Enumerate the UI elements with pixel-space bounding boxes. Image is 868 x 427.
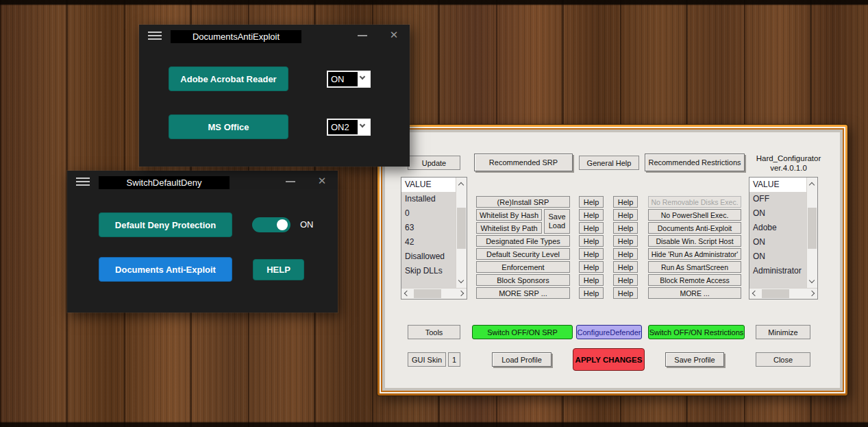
general-help-button[interactable]: General Help [579, 156, 639, 170]
scroll-right-icon[interactable] [458, 291, 464, 296]
scrollbar-thumb[interactable] [808, 208, 817, 249]
window-hard-configurator: Update Recommended SRP General Help Reco… [377, 124, 848, 396]
horizontal-scrollbar[interactable] [749, 288, 817, 299]
list-item: Adobe [749, 221, 806, 235]
apply-changes-button[interactable]: APPLY CHANGES [573, 348, 645, 371]
scroll-left-icon[interactable] [752, 291, 758, 296]
scroll-right-icon[interactable] [809, 291, 815, 296]
list-item: OFF [749, 192, 806, 206]
scrollbar-thumb[interactable] [414, 289, 441, 298]
toggle-state-label: ON [300, 217, 314, 232]
tools-button[interactable]: Tools [408, 325, 460, 339]
switch-off-on-restrictions-button[interactable]: Switch OFF/ON Restrictions [648, 325, 745, 339]
scroll-left-icon[interactable] [404, 291, 410, 296]
help-button[interactable]: Help [613, 248, 638, 260]
app-version-label: Hard_Configurator ver.4.0.1.0 [747, 154, 830, 173]
disable-win-script-host-button[interactable]: Disable Win. Script Host [648, 235, 741, 247]
configure-defender-button[interactable]: ConfigureDefender [576, 325, 642, 339]
block-sponsors-button[interactable]: Block Sponsors [476, 274, 570, 286]
more-restrictions-button[interactable]: MORE ... [648, 287, 741, 299]
save-load-button[interactable]: Save Load [544, 209, 570, 234]
list-item: Administrator [749, 264, 806, 278]
dropdown-value: ON [328, 74, 358, 84]
scrollbar-thumb[interactable] [762, 289, 789, 298]
help-button[interactable]: Help [613, 209, 638, 221]
scroll-up-icon[interactable] [809, 182, 815, 188]
help-button[interactable]: Help [613, 222, 638, 234]
documents-anti-exploit-button[interactable]: Documents Anti-Exploit [648, 222, 741, 234]
hamburger-menu-icon[interactable] [148, 32, 162, 40]
scrollbar-thumb[interactable] [457, 208, 466, 249]
window-documents-anti-exploit: DocumentsAntiExploit ✕ Adobe Acrobat Rea… [139, 25, 410, 167]
adobe-setting-dropdown[interactable]: ON [327, 71, 371, 88]
hamburger-menu-icon[interactable] [76, 178, 90, 186]
run-as-smartscreen-button[interactable]: Run As SmartScreen [648, 261, 741, 273]
help-button[interactable]: Help [613, 235, 638, 247]
whitelist-by-path-button[interactable]: Whitelist By Path [476, 222, 542, 234]
update-button[interactable]: Update [408, 156, 460, 170]
office-setting-dropdown[interactable]: ON2 [327, 119, 371, 136]
save-load-line1: Save [548, 212, 565, 221]
save-profile-button[interactable]: Save Profile [665, 352, 724, 367]
help-button[interactable]: Help [613, 274, 638, 286]
list-items: Installed 0 63 42 Disallowed Skip DLLs [401, 192, 456, 288]
adobe-acrobat-reader-button[interactable]: Adobe Acrobat Reader [169, 66, 288, 91]
list-item: Skip DLLs [401, 264, 456, 278]
help-button[interactable]: Help [613, 196, 638, 208]
help-button[interactable]: Help [579, 261, 604, 273]
designated-file-types-button[interactable]: Designated File Types [476, 235, 570, 247]
help-button[interactable]: Help [579, 222, 604, 234]
list-header: VALUE [401, 178, 456, 192]
gui-skin-button[interactable]: GUI Skin [408, 352, 446, 367]
list-item: ON [749, 249, 806, 264]
close-icon[interactable]: ✕ [315, 174, 329, 188]
recommended-restrictions-button[interactable]: Recommended Restrictions [645, 154, 745, 171]
list-item: Disallowed [401, 249, 456, 264]
more-srp-button[interactable]: MORE SRP ... [476, 287, 570, 299]
srp-values-list: VALUE Installed 0 63 42 Disallowed Skip … [401, 177, 467, 300]
help-button[interactable]: Help [579, 248, 604, 260]
no-powershell-exec-button[interactable]: No PowerShell Exec. [648, 209, 741, 221]
help-button[interactable]: Help [613, 261, 638, 273]
list-header: VALUE [749, 178, 806, 192]
help-button[interactable]: Help [579, 196, 604, 208]
app-title-line1: Hard_Configurator [747, 154, 830, 163]
default-deny-protection-button[interactable]: Default Deny Protection [99, 212, 232, 237]
list-item: ON [749, 206, 806, 221]
scroll-up-icon[interactable] [458, 182, 464, 188]
reinstall-srp-button[interactable]: (Re)Install SRP [476, 196, 570, 208]
chevron-down-icon [358, 120, 369, 134]
close-button[interactable]: Close [756, 352, 810, 367]
help-button[interactable]: HELP [253, 259, 304, 280]
window-title: SwitchDefaultDeny [99, 176, 230, 189]
whitelist-by-hash-button[interactable]: Whitelist By Hash [476, 209, 542, 221]
load-profile-button[interactable]: Load Profile [492, 352, 551, 367]
minimize-icon[interactable] [286, 181, 295, 182]
help-button[interactable]: Help [613, 287, 638, 299]
switch-off-on-srp-button[interactable]: Switch OFF/ON SRP [472, 325, 573, 339]
default-security-level-button[interactable]: Default Security Level [476, 248, 570, 260]
list-item: 42 [401, 235, 456, 249]
help-button[interactable]: Help [579, 209, 604, 221]
help-button[interactable]: Help [579, 287, 604, 299]
block-remote-access-button[interactable]: Block Remote Access [648, 274, 741, 286]
enforcement-button[interactable]: Enforcement [476, 261, 570, 273]
help-button[interactable]: Help [579, 235, 604, 247]
minimize-button[interactable]: Minimize [756, 325, 810, 339]
documents-anti-exploit-button[interactable]: Documents Anti-Exploit [99, 257, 232, 282]
help-button[interactable]: Help [579, 274, 604, 286]
minimize-icon[interactable] [358, 35, 367, 36]
vertical-scrollbar[interactable] [806, 178, 817, 288]
vertical-scrollbar[interactable] [456, 178, 467, 288]
hide-run-as-administrator-button[interactable]: Hide 'Run As Administrator' [648, 248, 741, 260]
horizontal-scrollbar[interactable] [401, 288, 467, 299]
ms-office-button[interactable]: MS Office [169, 114, 288, 139]
gui-skin-value: 1 [448, 352, 460, 367]
close-icon[interactable]: ✕ [387, 28, 401, 42]
list-item: Installed [401, 192, 456, 206]
scroll-down-icon[interactable] [809, 278, 815, 283]
window-title: DocumentsAntiExploit [171, 30, 301, 43]
default-deny-toggle[interactable] [252, 217, 290, 232]
scroll-down-icon[interactable] [458, 278, 464, 283]
recommended-srp-button[interactable]: Recommended SRP [474, 154, 573, 171]
